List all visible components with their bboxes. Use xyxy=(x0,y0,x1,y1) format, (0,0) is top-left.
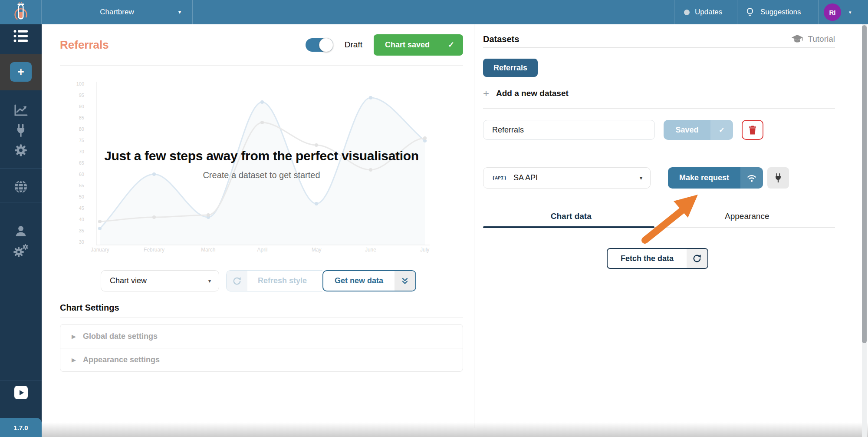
topbar-divider xyxy=(737,0,737,24)
y-tick-label: 75 xyxy=(79,138,84,143)
plug-icon xyxy=(15,124,27,137)
dataset-chip-label: Referrals xyxy=(493,63,527,73)
placeholder-subheading: Create a dataset to get started xyxy=(60,170,463,180)
chevron-double-down-icon[interactable] xyxy=(395,271,415,291)
global-date-settings-label: Global date settings xyxy=(83,332,158,341)
draft-label: Draft xyxy=(345,40,362,50)
placeholder-message: Just a few steps away from the perfect v… xyxy=(60,149,463,180)
topbar-divider xyxy=(818,0,819,24)
chevron-down-icon: ▾ xyxy=(178,9,181,15)
chart-saved-button[interactable]: Chart saved ✓ xyxy=(374,34,463,56)
graduation-cap-icon xyxy=(791,34,803,44)
chart-saved-label: Chart saved xyxy=(385,40,430,50)
global-date-settings-row[interactable]: ▶ Global date settings xyxy=(60,324,463,348)
updates-button[interactable]: Updates xyxy=(684,0,722,24)
annotation-arrow xyxy=(637,189,702,245)
header-controls: Draft Chart saved ✓ xyxy=(306,34,463,56)
lightbulb-icon xyxy=(745,7,755,17)
chart-settings-title: Chart Settings xyxy=(60,303,119,313)
sidebar-item-profile[interactable] xyxy=(0,225,42,237)
fetch-data-label: Fetch the data xyxy=(608,249,687,268)
page-title: Referrals xyxy=(60,38,109,52)
y-tick-label: 55 xyxy=(79,183,84,188)
dataset-name-input[interactable] xyxy=(483,120,655,140)
appearance-settings-row[interactable]: ▶ Appearance settings xyxy=(60,348,463,371)
delete-dataset-button[interactable] xyxy=(742,120,763,140)
tutorial-link[interactable]: Tutorial xyxy=(791,34,835,44)
updates-label: Updates xyxy=(695,8,722,17)
add-chart-button[interactable]: + xyxy=(10,62,32,82)
topbar-divider xyxy=(192,0,193,24)
dataset-name-row: Saved ✓ xyxy=(483,120,763,140)
team-name: Chartbrew xyxy=(100,8,134,17)
add-dataset-label: Add a new dataset xyxy=(496,89,569,98)
sidebar-item-charts[interactable] xyxy=(0,104,42,116)
dataset-tab-referrals[interactable]: Referrals xyxy=(483,59,538,77)
version-badge: 1.7.0 xyxy=(0,418,42,437)
refresh-style-button[interactable]: Refresh style xyxy=(226,270,322,291)
refresh-icon xyxy=(227,271,247,291)
fetch-data-button[interactable]: Fetch the data xyxy=(607,248,708,269)
sidebar-item-settings[interactable] xyxy=(0,144,42,157)
play-icon xyxy=(18,390,24,396)
wifi-icon xyxy=(740,167,763,189)
get-new-data-button[interactable]: Get new data xyxy=(322,270,416,291)
settings-accordion: ▶ Global date settings ▶ Appearance sett… xyxy=(60,324,463,372)
plus-icon: + xyxy=(17,65,24,79)
user-avatar[interactable]: RI xyxy=(824,3,841,21)
refresh-icon xyxy=(687,249,707,268)
connection-select[interactable]: {API} SA API ▾ xyxy=(483,167,651,189)
panel-divider xyxy=(483,47,835,48)
appearance-settings-label: Appearance settings xyxy=(83,355,160,364)
app-logo[interactable] xyxy=(0,0,42,24)
chart-controls-row: Chart view ▾ Refresh style Get new data xyxy=(101,270,416,291)
api-badge: {API} xyxy=(492,175,506,181)
saved-button[interactable]: Saved ✓ xyxy=(664,120,733,140)
sidebar: + xyxy=(0,24,42,437)
add-dataset-button[interactable]: + Add a new dataset xyxy=(483,88,569,99)
y-tick-label: 90 xyxy=(79,104,84,109)
team-selector[interactable]: Chartbrew ▾ xyxy=(42,0,192,24)
gear-icon xyxy=(14,144,27,157)
x-tick-label: July xyxy=(398,247,452,253)
sidebar-item-team-settings[interactable] xyxy=(0,244,42,258)
make-request-button[interactable]: Make request xyxy=(668,167,763,189)
scrollbar-thumb[interactable] xyxy=(862,25,867,343)
sidebar-divider xyxy=(0,168,42,169)
y-tick-label: 35 xyxy=(79,228,84,233)
avatar-chevron-down-icon[interactable]: ▾ xyxy=(849,0,852,24)
plug-icon xyxy=(774,173,783,183)
x-tick-label: January xyxy=(73,247,127,253)
draft-toggle[interactable] xyxy=(306,38,333,52)
globe-icon xyxy=(14,180,28,194)
tab-chart-data[interactable]: Chart data xyxy=(483,212,659,232)
chart-header: Referrals Draft Chart saved ✓ xyxy=(60,32,463,57)
y-tick-label: 85 xyxy=(79,116,84,120)
refresh-style-label: Refresh style xyxy=(247,276,322,285)
chevron-right-icon: ▶ xyxy=(72,333,76,340)
connection-settings-button[interactable] xyxy=(767,167,789,189)
collapse-sidebar-button[interactable] xyxy=(14,386,28,399)
trash-icon xyxy=(749,126,756,135)
toggle-knob xyxy=(319,38,333,52)
header-divider xyxy=(60,65,463,66)
topbar-divider xyxy=(674,0,674,24)
bottom-shadow xyxy=(0,422,868,437)
suggestions-button[interactable]: Suggestions xyxy=(745,0,801,24)
x-tick-label: May xyxy=(289,247,344,253)
chart-placeholder: 1009590858075706560555045403530 JanuaryF… xyxy=(60,70,463,256)
datasets-header: Datasets Tutorial xyxy=(483,34,835,44)
sidebar-item-public[interactable] xyxy=(0,180,42,194)
y-tick-label: 30 xyxy=(79,240,84,245)
sidebar-item-dashboard-list[interactable] xyxy=(0,30,42,43)
version-label: 1.7.0 xyxy=(13,424,28,431)
y-tick-label: 45 xyxy=(79,206,84,211)
chart-view-select[interactable]: Chart view ▾ xyxy=(101,270,219,291)
active-tab-underline xyxy=(483,226,654,228)
x-tick-label: February xyxy=(127,247,181,253)
sidebar-item-connections[interactable] xyxy=(0,124,42,137)
x-tick-label: April xyxy=(235,247,289,253)
sidebar-divider xyxy=(0,202,42,202)
line-chart-icon xyxy=(14,104,28,116)
settings-divider xyxy=(60,318,463,318)
